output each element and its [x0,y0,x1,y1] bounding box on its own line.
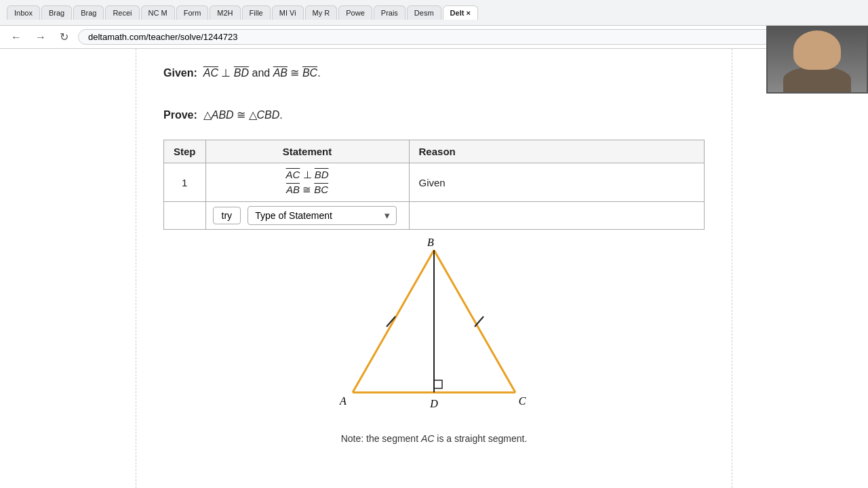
dropdown-wrapper: Type of Statement [248,206,397,225]
try-step-cell [164,202,206,230]
page-wrapper: Given: AC ⊥ BD and AB ≅ BC. Prove: △ABD … [0,49,868,488]
given-prove-section: Given: AC ⊥ BD and AB ≅ BC. Prove: △ABD … [163,62,705,126]
browser-tabs-bar: Inbox Brag Brag Recei NC M Form M2H Fill… [0,0,868,26]
prove-content: △ABD ≅ △CBD. [200,109,282,121]
tab-desm[interactable]: Desm [407,5,441,20]
note-segment: AC [421,433,434,444]
label-D: D [429,398,438,409]
type-of-statement-dropdown[interactable]: Type of Statement [248,206,397,225]
tab-inbox[interactable]: Inbox [7,5,40,20]
given-label: Given: [163,67,197,79]
tab-ncm[interactable]: NC M [141,5,175,20]
label-A: A [339,395,347,407]
tab-m2h[interactable]: M2H [210,5,240,20]
try-row: try Type of Statement [164,202,705,230]
col-statement: Statement [205,140,409,163]
try-button[interactable]: try [213,207,241,224]
content-area: Given: AC ⊥ BD and AB ≅ BC. Prove: △ABD … [136,49,732,488]
tab-list: Inbox Brag Brag Recei NC M Form M2H Fill… [7,5,861,20]
try-stmt-cell: try Type of Statement [205,202,409,230]
try-reason-cell [409,202,704,230]
label-B: B [427,237,434,248]
proof-table: Step Statement Reason 1 AC ⊥ BD [163,140,705,230]
tab-brag2[interactable]: Brag [73,5,104,20]
prove-statement: Prove: △ABD ≅ △CBD. [163,104,705,126]
prove-label: Prove: [163,109,197,121]
geometry-diagram: B A D C [332,237,536,426]
tab-delt[interactable]: Delt × [443,5,478,20]
tab-brag1[interactable]: Brag [41,5,72,20]
note-prefix: Note: the segment [341,433,421,444]
diagram-note: Note: the segment AC is a straight segme… [163,433,705,444]
svg-rect-6 [434,380,442,388]
tab-powe[interactable]: Powe [338,5,372,20]
webcam-overlay [766,26,868,94]
tab-mivi[interactable]: MI Vi [272,5,304,20]
step-number: 1 [164,163,206,202]
browser-toolbar: ← → ↻ ☆ [0,26,868,49]
reload-button[interactable]: ↻ [56,29,73,45]
svg-line-0 [353,250,434,392]
tab-fille[interactable]: Fille [242,5,271,20]
statement-line-1: AC ⊥ BD [286,169,329,181]
label-C: C [519,395,526,407]
back-button[interactable]: ← [7,30,26,45]
statement-lines: AC ⊥ BD AB ≅ BC [216,169,399,196]
svg-line-1 [434,250,515,392]
col-step: Step [164,140,206,163]
given-content: AC ⊥ BD and AB ≅ BC. [200,67,320,79]
diagram-container: B A D C [163,237,705,426]
statement-cell: AC ⊥ BD AB ≅ BC [205,163,409,202]
tab-recei[interactable]: Recei [105,5,139,20]
statement-line-2: AB ≅ BC [286,184,328,196]
note-suffix: is a straight segment. [434,433,527,444]
forward-button[interactable]: → [31,30,50,45]
col-reason: Reason [409,140,704,163]
tab-prais[interactable]: Prais [374,5,406,20]
reason-cell: Given [409,163,704,202]
tab-form[interactable]: Form [176,5,209,20]
given-statement: Given: AC ⊥ BD and AB ≅ BC. [163,62,705,84]
address-bar[interactable] [78,29,846,45]
tab-myr[interactable]: My R [305,5,338,20]
table-header-row: Step Statement Reason [164,140,705,163]
table-row: 1 AC ⊥ BD AB ≅ BC Given [164,163,705,202]
